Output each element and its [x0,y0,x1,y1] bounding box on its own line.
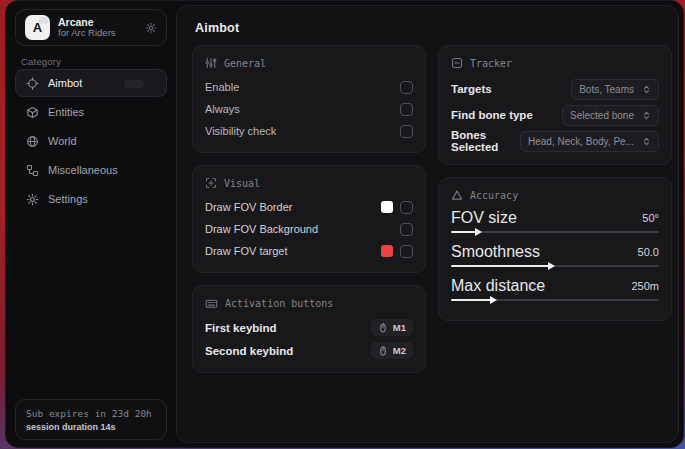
fov-target-checkbox[interactable] [400,245,413,258]
slider-row-smoothness: Smoothness 50.0 [451,242,659,261]
keybind-row-first: First keybind M1 [205,316,413,339]
enable-checkbox[interactable] [400,81,413,94]
setting-label: Second keybind [205,345,371,357]
slider-fill [451,231,480,233]
app-subtitle: for Arc Riders [58,28,116,39]
gear-icon[interactable] [145,22,157,34]
keyboard-icon [205,297,218,310]
sidebar-item-settings[interactable]: Settings [15,185,167,213]
category-label: Category [21,56,61,67]
smoothness-slider[interactable] [451,261,659,272]
card-activation-buttons: Activation buttons First keybind M1 Seco… [192,285,426,373]
slider-value: 50.0 [638,246,659,258]
sidebar-item-label: World [48,135,77,147]
logo-letter: A [33,20,42,35]
setting-row-fov-target: Draw FOV target [205,240,413,262]
slider-track[interactable] [451,231,659,233]
globe-icon [26,135,39,148]
color-swatch-red[interactable] [381,245,393,257]
setting-label: Bones Selected [451,129,520,153]
bones-selected-dropdown[interactable]: Head, Neck, Body, Pe... [520,131,659,152]
card-tracker: Tracker Targets Bots, Teams Find bone ty… [438,45,672,165]
focus-icon [205,177,217,189]
chevron-up-down-icon [642,111,651,120]
slider-row-fov-size: FOV size 50° [451,208,659,227]
card-title: Tracker [470,58,512,69]
chevron-up-down-icon [642,85,651,94]
setting-label: Draw FOV Border [205,201,381,213]
app-window: A Arcane for Arc Riders Category Aimbot [5,0,684,448]
mouse-icon [378,346,388,356]
settings-gear-icon [26,193,39,206]
slider-fill [451,299,495,301]
setting-label: Smoothness [451,243,638,261]
main-panel: Aimbot General Enable Always [176,5,679,443]
card-general: General Enable Always Visibility check [192,45,426,153]
sub-expires-text: Sub expires in 23d 20h [26,408,156,419]
tracker-row-targets: Targets Bots, Teams [451,76,659,102]
sidebar-item-aimbot[interactable]: Aimbot [15,69,167,97]
keybind-value: M1 [393,322,406,333]
mouse-icon [378,323,388,333]
workflow-icon [26,164,39,177]
color-swatch-white[interactable] [381,201,393,213]
sidebar-nav: Aimbot Entities World Miscellaneous [15,69,167,214]
triangle-icon [451,189,463,201]
first-keybind-button[interactable]: M1 [371,319,413,336]
setting-label: First keybind [205,322,371,334]
tracker-row-bone-type: Find bone type Selected bone [451,102,659,128]
setting-label: Always [205,103,400,115]
sidebar-item-label: Miscellaneous [48,164,118,176]
app-logo: A [25,15,50,40]
fov-border-checkbox[interactable] [400,201,413,214]
card-visual: Visual Draw FOV Border Draw FOV Backgrou… [192,165,426,273]
max-distance-slider[interactable] [451,295,659,306]
sidebar-item-miscellaneous[interactable]: Miscellaneous [15,156,167,184]
setting-row-fov-border: Draw FOV Border [205,196,413,218]
fov-background-checkbox[interactable] [400,223,413,236]
setting-row-visibility-check: Visibility check [205,120,413,142]
setting-row-fov-background: Draw FOV Background [205,218,413,240]
sidebar-item-label: Settings [48,193,88,205]
card-title: Visual [224,178,260,189]
find-bone-type-dropdown[interactable]: Selected bone [562,105,659,126]
card-accuracy: Accuracy FOV size 50° Smoothness 50.0 [438,177,672,321]
right-column: Tracker Targets Bots, Teams Find bone ty… [438,45,672,333]
slider-handle[interactable] [475,228,482,236]
targets-dropdown[interactable]: Bots, Teams [571,79,659,100]
second-keybind-button[interactable]: M2 [371,342,413,359]
setting-label: Draw FOV Background [205,223,400,235]
crosshair-icon [26,77,39,90]
setting-label: Draw FOV target [205,245,381,257]
left-column: General Enable Always Visibility check [192,45,426,385]
sliders-icon [205,57,217,69]
slider-value: 50° [642,212,659,224]
dropdown-value: Bots, Teams [579,84,634,95]
sidebar-item-world[interactable]: World [15,127,167,155]
setting-label: Targets [451,83,571,95]
slider-handle[interactable] [490,296,497,304]
fov-size-slider[interactable] [451,227,659,238]
nav-item-faint-hint [124,80,144,88]
sidebar-item-entities[interactable]: Entities [15,98,167,126]
setting-label: Enable [205,81,400,93]
visibility-check-checkbox[interactable] [400,125,413,138]
chevron-up-down-icon [642,137,651,146]
setting-row-always: Always [205,98,413,120]
subscription-box: Sub expires in 23d 20h session duration … [15,399,167,440]
card-title: Accuracy [470,190,518,201]
always-checkbox[interactable] [400,103,413,116]
setting-row-enable: Enable [205,76,413,98]
slider-fill [451,265,553,267]
tracker-row-bones-selected: Bones Selected Head, Neck, Body, Pe... [451,128,659,154]
sidebar-item-label: Entities [48,106,84,118]
keybind-value: M2 [393,345,406,356]
slider-row-max-distance: Max distance 250m [451,276,659,295]
setting-label: Visibility check [205,125,400,137]
session-duration-text: session duration 14s [26,422,156,432]
sidebar-item-label: Aimbot [48,77,82,89]
logo-box: A Arcane for Arc Riders [15,9,167,46]
page-title: Aimbot [195,21,239,35]
slider-handle[interactable] [548,262,555,270]
dropdown-value: Head, Neck, Body, Pe... [528,136,634,147]
